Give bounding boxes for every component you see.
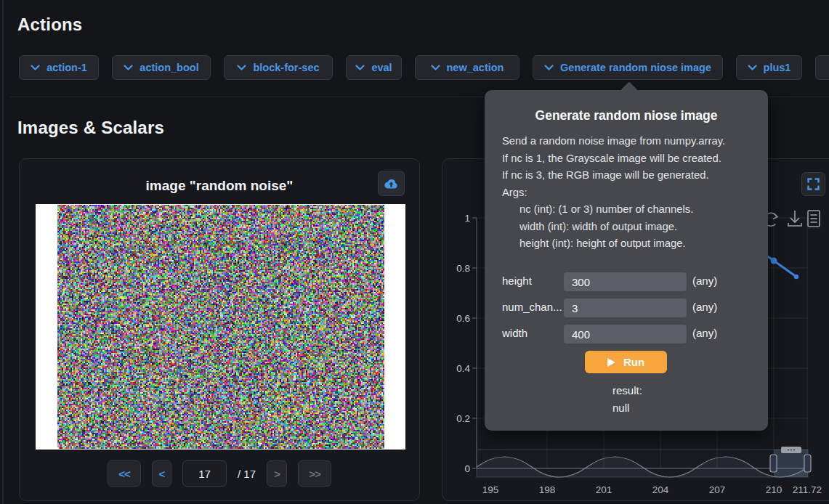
popup-args: height (any) num_chan... (any) width (an… [485, 269, 768, 347]
action-button-action-bool[interactable]: action_bool [112, 55, 211, 80]
arg-type: (any) [692, 301, 717, 313]
next-page-button[interactable]: > [267, 460, 287, 487]
datazoom-handle-left[interactable] [770, 455, 777, 472]
image-pagination: << < / 17 > >> [20, 460, 419, 487]
description-line: Send a random noise image from numpy.arr… [502, 133, 768, 150]
last-page-button[interactable]: >> [298, 460, 331, 487]
chevron-down-icon [237, 65, 246, 71]
arg-type: (any) [692, 275, 717, 287]
description-line: Args: [502, 184, 768, 202]
chart-toolbox [764, 211, 820, 227]
arg-input-height[interactable] [564, 272, 687, 291]
image-frame [36, 204, 405, 450]
action-button-generate-random-niose-image[interactable]: Generate random niose image [533, 55, 723, 80]
arg-type: (any) [692, 327, 717, 339]
arg-label: height [502, 275, 563, 287]
action-button-eval[interactable]: eval [346, 55, 402, 80]
arg-input-num-channels[interactable] [564, 298, 687, 317]
svg-text:201: 201 [596, 484, 612, 495]
noise-image [57, 205, 384, 449]
play-icon [607, 358, 615, 367]
svg-text:0: 0 [464, 463, 470, 474]
arg-input-width[interactable] [564, 325, 687, 344]
chart-fullscreen-button[interactable] [801, 172, 825, 196]
actions-section-title: Actions [17, 15, 82, 35]
x-axis-labels: 195 198 201 204 207 210 211.72 [482, 484, 822, 495]
description-line: width (int): width of output image. [502, 219, 768, 236]
action-button-block-for-sec[interactable]: block-for-sec [224, 55, 333, 80]
action-label: plus1 [764, 62, 791, 73]
action-button-action-1[interactable]: action-1 [19, 55, 99, 80]
chevron-down-icon [124, 65, 133, 71]
svg-text:207: 207 [709, 484, 726, 495]
page-number-input[interactable] [182, 460, 227, 487]
action-label: block-for-sec [253, 62, 319, 73]
chevron-down-icon [31, 65, 40, 71]
actions-row: action-1 action_bool block-for-sec eval … [19, 55, 829, 80]
svg-text:198: 198 [539, 484, 556, 495]
svg-text:211.72: 211.72 [793, 484, 822, 495]
svg-text:0.8: 0.8 [456, 263, 470, 274]
download-icon[interactable] [788, 211, 801, 226]
action-label: action-1 [46, 62, 87, 73]
images-section-title: Images & Scalars [17, 118, 164, 138]
svg-text:0.4: 0.4 [456, 363, 470, 374]
action-button-plus1[interactable]: plus1 [736, 55, 802, 80]
svg-text:0.2: 0.2 [456, 413, 470, 424]
action-label: Generate random niose image [560, 62, 711, 73]
description-line: nc (int): (1 or 3) number of channels. [502, 201, 768, 219]
arg-row-width: width (any) [485, 321, 768, 347]
action-button-new-action[interactable]: new_action [415, 55, 519, 80]
description-line: If nc is 3, the RGB image will be genera… [502, 167, 768, 184]
chevron-down-icon [748, 65, 757, 71]
scrollbar-rail[interactable] [2, 0, 4, 504]
datazoom-slider[interactable] [477, 447, 811, 477]
svg-text:1: 1 [464, 213, 470, 224]
cloud-upload-icon [384, 177, 399, 190]
chevron-down-icon [355, 65, 365, 71]
description-line: If nc is 1, the Grayscale image will be … [502, 150, 768, 168]
run-button[interactable]: Run [585, 351, 667, 373]
arg-row-num-channels: num_chan... (any) [485, 295, 768, 321]
datazoom-handle-right[interactable] [804, 455, 811, 472]
data-view-icon[interactable] [808, 211, 820, 227]
prev-page-button[interactable]: < [152, 460, 171, 487]
datazoom-window[interactable] [774, 450, 808, 477]
result-block: result: null [612, 382, 642, 416]
chevron-down-icon [544, 65, 554, 71]
popup-caret [620, 81, 638, 99]
fullscreen-icon [807, 178, 820, 190]
svg-text:195: 195 [482, 484, 499, 495]
y-axis-labels: 1 0.8 0.6 0.4 0.2 0 [456, 213, 470, 474]
action-button-partial[interactable] [815, 55, 829, 80]
image-save-button[interactable] [378, 171, 405, 196]
chevron-down-icon [431, 65, 440, 71]
image-card-title: image "random noise" [20, 178, 419, 194]
popup-title: Generate random niose image [485, 108, 768, 123]
action-popup: Generate random niose image Send a rando… [485, 90, 768, 431]
data-point-end[interactable] [794, 275, 798, 279]
run-button-label: Run [623, 356, 644, 368]
action-label: eval [371, 62, 392, 73]
description-line: height (int): height of output image. [502, 235, 768, 253]
data-point-marker[interactable] [771, 258, 777, 264]
action-label: new_action [447, 62, 504, 73]
svg-text:204: 204 [652, 484, 669, 495]
svg-text:0.6: 0.6 [456, 313, 470, 324]
first-page-button[interactable]: << [108, 460, 141, 487]
page-total-label: / 17 [238, 468, 256, 480]
action-label: action_bool [139, 62, 198, 73]
arg-label: num_chan... [502, 301, 563, 313]
result-value: null [612, 399, 642, 417]
popup-description: Send a random noise image from numpy.arr… [502, 133, 768, 253]
image-card: image "random noise" << < / 17 > >> [19, 158, 420, 501]
arg-row-height: height (any) [485, 269, 768, 295]
arg-label: width [502, 327, 563, 339]
dashboard-page: Actions action-1 action_bool block-for-s… [0, 0, 829, 504]
result-label: result: [612, 382, 642, 399]
svg-text:210: 210 [766, 484, 783, 495]
